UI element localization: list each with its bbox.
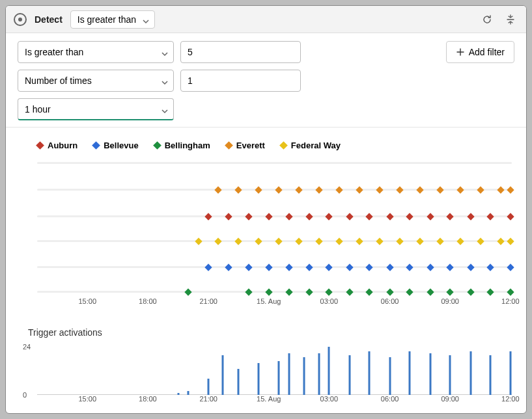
data-point	[184, 288, 191, 295]
legend-item: Everett	[226, 141, 265, 150]
data-point	[315, 186, 322, 193]
data-point	[376, 237, 384, 245]
bar	[258, 363, 260, 395]
legend-item: Bellevue	[93, 141, 138, 150]
operator-select[interactable]: Is greater than	[18, 41, 174, 63]
data-point	[507, 186, 514, 193]
legend-label: Federal Way	[291, 141, 341, 150]
data-point	[366, 213, 373, 220]
x-tick: 15. Aug	[257, 297, 281, 305]
legend-marker-icon	[153, 141, 161, 150]
legend-marker-icon	[225, 141, 233, 150]
count-input[interactable]: 1	[180, 70, 301, 92]
x-tick: 09:00	[441, 395, 459, 403]
data-point	[346, 288, 353, 295]
data-point	[265, 264, 272, 271]
bar	[509, 351, 511, 395]
mode-dropdown[interactable]: Is greater than	[70, 10, 155, 29]
bar	[288, 353, 290, 395]
legend-item: Federal Way	[281, 141, 341, 150]
plus-icon	[456, 47, 465, 57]
data-point	[467, 264, 474, 271]
x-tick: 15:00	[79, 395, 97, 403]
data-point	[285, 288, 292, 295]
data-point	[315, 237, 322, 245]
data-point	[507, 213, 514, 220]
data-point	[234, 186, 242, 193]
x-tick: 15. Aug	[257, 395, 281, 403]
collapse-button[interactable]	[503, 12, 518, 27]
data-point	[234, 237, 242, 245]
bar-chart: 24 0	[37, 343, 512, 395]
x-tick: 21:00	[199, 297, 217, 305]
x-tick: 18:00	[139, 395, 157, 403]
data-point	[406, 213, 413, 220]
data-point	[356, 237, 363, 245]
legend-marker-icon	[36, 141, 44, 150]
bar	[369, 351, 371, 395]
data-point	[416, 237, 423, 245]
controls-panel: Is greater than 5 Number of times 1	[6, 33, 526, 127]
legend-item: Auburn	[37, 141, 77, 150]
data-point	[285, 264, 292, 271]
threshold-input[interactable]: 5	[180, 41, 301, 63]
data-point	[487, 288, 494, 295]
count-select[interactable]: Number of times	[18, 70, 174, 92]
bar	[318, 353, 320, 395]
bar	[238, 369, 240, 395]
bar	[222, 355, 224, 395]
mode-dropdown-value: Is greater than	[77, 14, 136, 25]
legend-marker-icon	[92, 141, 100, 150]
data-point	[386, 213, 393, 220]
app-window: Detect Is greater than Is greater than 5	[5, 5, 527, 414]
data-point	[326, 213, 333, 220]
count-value: 1	[188, 75, 193, 86]
data-point	[195, 237, 202, 245]
data-point	[497, 186, 504, 193]
detect-label: Detect	[35, 14, 63, 25]
add-filter-button[interactable]: Add filter	[446, 41, 514, 63]
data-point	[356, 186, 363, 193]
bar	[278, 361, 280, 395]
data-point	[305, 213, 313, 220]
chevron-down-icon	[161, 49, 168, 55]
data-point	[436, 237, 443, 245]
data-point	[275, 237, 282, 245]
titlebar: Detect Is greater than	[6, 6, 526, 33]
data-point	[467, 213, 474, 220]
x-tick: 18:00	[139, 297, 157, 305]
data-point	[215, 186, 222, 193]
window-select[interactable]: 1 hour	[18, 98, 174, 120]
bar	[469, 351, 471, 395]
count-label: Number of times	[25, 75, 92, 86]
data-point	[245, 264, 252, 271]
data-point	[305, 288, 313, 295]
chevron-down-icon	[161, 106, 168, 113]
x-tick: 21:00	[199, 395, 217, 403]
window-value: 1 hour	[25, 104, 51, 115]
x-tick: 12:00	[501, 297, 520, 305]
gridline	[37, 162, 512, 164]
data-point	[204, 264, 212, 271]
data-point	[477, 237, 484, 245]
data-point	[255, 186, 262, 193]
bar	[389, 357, 391, 395]
data-point	[487, 213, 494, 220]
bars-x-axis: 15:0018:0021:0015. Aug03:0006:0009:0012:…	[37, 395, 512, 407]
scatter-x-axis: 15:0018:0021:0015. Aug03:0006:0009:0012:…	[37, 297, 512, 309]
x-tick: 03:00	[320, 395, 339, 403]
data-point	[447, 213, 454, 220]
data-point	[386, 264, 393, 271]
threshold-value: 5	[188, 47, 193, 57]
refresh-button[interactable]	[479, 12, 495, 27]
data-point	[497, 237, 504, 245]
data-point	[215, 237, 222, 245]
data-point	[477, 186, 484, 193]
data-point	[346, 213, 353, 220]
bar	[348, 355, 350, 395]
data-point	[265, 213, 272, 220]
data-point	[507, 288, 514, 295]
data-point	[427, 213, 434, 220]
data-point	[416, 186, 423, 193]
legend: AuburnBellevueBellinghamEverettFederal W…	[37, 141, 514, 150]
